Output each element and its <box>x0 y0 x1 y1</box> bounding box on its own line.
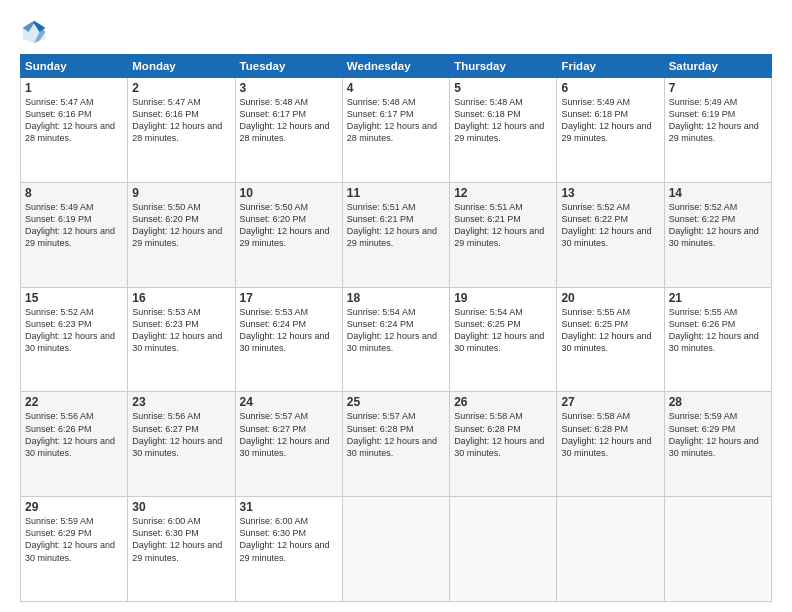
day-info: Sunrise: 5:55 AMSunset: 6:25 PMDaylight:… <box>561 307 651 353</box>
day-info: Sunrise: 6:00 AMSunset: 6:30 PMDaylight:… <box>132 516 222 562</box>
day-info: Sunrise: 5:49 AMSunset: 6:19 PMDaylight:… <box>25 202 115 248</box>
calendar-cell: 30 Sunrise: 6:00 AMSunset: 6:30 PMDaylig… <box>128 497 235 602</box>
day-info: Sunrise: 5:48 AMSunset: 6:17 PMDaylight:… <box>240 97 330 143</box>
calendar-cell: 5 Sunrise: 5:48 AMSunset: 6:18 PMDayligh… <box>450 78 557 183</box>
calendar-cell: 4 Sunrise: 5:48 AMSunset: 6:17 PMDayligh… <box>342 78 449 183</box>
day-info: Sunrise: 5:59 AMSunset: 6:29 PMDaylight:… <box>25 516 115 562</box>
calendar-table: SundayMondayTuesdayWednesdayThursdayFrid… <box>20 54 772 602</box>
calendar-cell: 23 Sunrise: 5:56 AMSunset: 6:27 PMDaylig… <box>128 392 235 497</box>
col-header-thursday: Thursday <box>450 55 557 78</box>
day-number: 9 <box>132 186 230 200</box>
day-number: 2 <box>132 81 230 95</box>
day-info: Sunrise: 5:49 AMSunset: 6:19 PMDaylight:… <box>669 97 759 143</box>
day-number: 28 <box>669 395 767 409</box>
day-info: Sunrise: 5:51 AMSunset: 6:21 PMDaylight:… <box>347 202 437 248</box>
calendar-cell: 9 Sunrise: 5:50 AMSunset: 6:20 PMDayligh… <box>128 182 235 287</box>
col-header-monday: Monday <box>128 55 235 78</box>
day-info: Sunrise: 5:47 AMSunset: 6:16 PMDaylight:… <box>25 97 115 143</box>
day-number: 10 <box>240 186 338 200</box>
calendar-cell <box>557 497 664 602</box>
calendar-cell: 8 Sunrise: 5:49 AMSunset: 6:19 PMDayligh… <box>21 182 128 287</box>
calendar-cell: 3 Sunrise: 5:48 AMSunset: 6:17 PMDayligh… <box>235 78 342 183</box>
calendar-cell: 15 Sunrise: 5:52 AMSunset: 6:23 PMDaylig… <box>21 287 128 392</box>
day-number: 6 <box>561 81 659 95</box>
day-number: 14 <box>669 186 767 200</box>
day-number: 20 <box>561 291 659 305</box>
day-number: 17 <box>240 291 338 305</box>
day-number: 4 <box>347 81 445 95</box>
calendar-cell: 13 Sunrise: 5:52 AMSunset: 6:22 PMDaylig… <box>557 182 664 287</box>
calendar-cell: 28 Sunrise: 5:59 AMSunset: 6:29 PMDaylig… <box>664 392 771 497</box>
day-info: Sunrise: 5:48 AMSunset: 6:17 PMDaylight:… <box>347 97 437 143</box>
page: SundayMondayTuesdayWednesdayThursdayFrid… <box>0 0 792 612</box>
day-info: Sunrise: 5:52 AMSunset: 6:22 PMDaylight:… <box>561 202 651 248</box>
day-number: 21 <box>669 291 767 305</box>
calendar-cell: 18 Sunrise: 5:54 AMSunset: 6:24 PMDaylig… <box>342 287 449 392</box>
day-number: 19 <box>454 291 552 305</box>
day-number: 11 <box>347 186 445 200</box>
day-info: Sunrise: 5:47 AMSunset: 6:16 PMDaylight:… <box>132 97 222 143</box>
day-info: Sunrise: 5:55 AMSunset: 6:26 PMDaylight:… <box>669 307 759 353</box>
day-info: Sunrise: 5:59 AMSunset: 6:29 PMDaylight:… <box>669 411 759 457</box>
calendar-cell <box>450 497 557 602</box>
calendar-cell: 24 Sunrise: 5:57 AMSunset: 6:27 PMDaylig… <box>235 392 342 497</box>
day-info: Sunrise: 5:54 AMSunset: 6:25 PMDaylight:… <box>454 307 544 353</box>
calendar-cell: 17 Sunrise: 5:53 AMSunset: 6:24 PMDaylig… <box>235 287 342 392</box>
col-header-friday: Friday <box>557 55 664 78</box>
day-number: 16 <box>132 291 230 305</box>
col-header-saturday: Saturday <box>664 55 771 78</box>
day-number: 30 <box>132 500 230 514</box>
day-info: Sunrise: 5:51 AMSunset: 6:21 PMDaylight:… <box>454 202 544 248</box>
col-header-sunday: Sunday <box>21 55 128 78</box>
day-info: Sunrise: 5:57 AMSunset: 6:28 PMDaylight:… <box>347 411 437 457</box>
day-number: 3 <box>240 81 338 95</box>
calendar-cell: 31 Sunrise: 6:00 AMSunset: 6:30 PMDaylig… <box>235 497 342 602</box>
day-info: Sunrise: 5:49 AMSunset: 6:18 PMDaylight:… <box>561 97 651 143</box>
calendar-cell <box>342 497 449 602</box>
calendar-cell: 26 Sunrise: 5:58 AMSunset: 6:28 PMDaylig… <box>450 392 557 497</box>
day-number: 24 <box>240 395 338 409</box>
day-info: Sunrise: 5:50 AMSunset: 6:20 PMDaylight:… <box>240 202 330 248</box>
calendar-cell: 21 Sunrise: 5:55 AMSunset: 6:26 PMDaylig… <box>664 287 771 392</box>
day-number: 18 <box>347 291 445 305</box>
logo-icon <box>20 18 48 46</box>
day-info: Sunrise: 5:52 AMSunset: 6:23 PMDaylight:… <box>25 307 115 353</box>
calendar-cell: 6 Sunrise: 5:49 AMSunset: 6:18 PMDayligh… <box>557 78 664 183</box>
calendar-cell: 20 Sunrise: 5:55 AMSunset: 6:25 PMDaylig… <box>557 287 664 392</box>
day-number: 26 <box>454 395 552 409</box>
calendar-cell: 25 Sunrise: 5:57 AMSunset: 6:28 PMDaylig… <box>342 392 449 497</box>
day-info: Sunrise: 5:53 AMSunset: 6:24 PMDaylight:… <box>240 307 330 353</box>
calendar-cell: 22 Sunrise: 5:56 AMSunset: 6:26 PMDaylig… <box>21 392 128 497</box>
calendar-cell: 14 Sunrise: 5:52 AMSunset: 6:22 PMDaylig… <box>664 182 771 287</box>
day-number: 5 <box>454 81 552 95</box>
day-info: Sunrise: 5:56 AMSunset: 6:26 PMDaylight:… <box>25 411 115 457</box>
calendar-cell: 27 Sunrise: 5:58 AMSunset: 6:28 PMDaylig… <box>557 392 664 497</box>
day-number: 25 <box>347 395 445 409</box>
day-number: 8 <box>25 186 123 200</box>
calendar-cell <box>664 497 771 602</box>
calendar-cell: 19 Sunrise: 5:54 AMSunset: 6:25 PMDaylig… <box>450 287 557 392</box>
calendar-cell: 7 Sunrise: 5:49 AMSunset: 6:19 PMDayligh… <box>664 78 771 183</box>
calendar-cell: 10 Sunrise: 5:50 AMSunset: 6:20 PMDaylig… <box>235 182 342 287</box>
calendar-cell: 16 Sunrise: 5:53 AMSunset: 6:23 PMDaylig… <box>128 287 235 392</box>
calendar-cell: 12 Sunrise: 5:51 AMSunset: 6:21 PMDaylig… <box>450 182 557 287</box>
day-number: 12 <box>454 186 552 200</box>
calendar-cell: 2 Sunrise: 5:47 AMSunset: 6:16 PMDayligh… <box>128 78 235 183</box>
day-info: Sunrise: 5:50 AMSunset: 6:20 PMDaylight:… <box>132 202 222 248</box>
day-info: Sunrise: 5:58 AMSunset: 6:28 PMDaylight:… <box>561 411 651 457</box>
day-info: Sunrise: 5:52 AMSunset: 6:22 PMDaylight:… <box>669 202 759 248</box>
day-info: Sunrise: 5:58 AMSunset: 6:28 PMDaylight:… <box>454 411 544 457</box>
day-info: Sunrise: 5:54 AMSunset: 6:24 PMDaylight:… <box>347 307 437 353</box>
header <box>20 18 772 46</box>
day-number: 13 <box>561 186 659 200</box>
col-header-wednesday: Wednesday <box>342 55 449 78</box>
calendar-cell: 1 Sunrise: 5:47 AMSunset: 6:16 PMDayligh… <box>21 78 128 183</box>
day-number: 15 <box>25 291 123 305</box>
day-number: 27 <box>561 395 659 409</box>
day-number: 23 <box>132 395 230 409</box>
day-info: Sunrise: 5:48 AMSunset: 6:18 PMDaylight:… <box>454 97 544 143</box>
day-number: 22 <box>25 395 123 409</box>
day-info: Sunrise: 5:57 AMSunset: 6:27 PMDaylight:… <box>240 411 330 457</box>
day-info: Sunrise: 6:00 AMSunset: 6:30 PMDaylight:… <box>240 516 330 562</box>
day-info: Sunrise: 5:56 AMSunset: 6:27 PMDaylight:… <box>132 411 222 457</box>
